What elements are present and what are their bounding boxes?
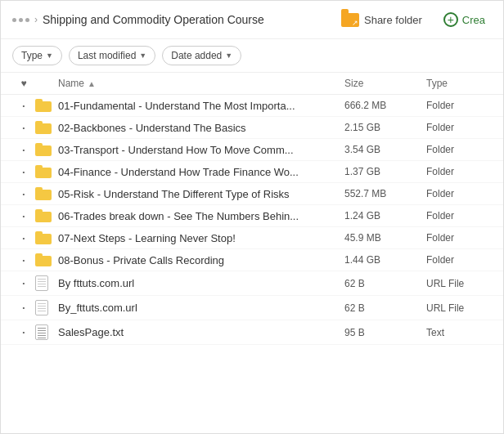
table-row[interactable]: •06-Trades break down - See The Numbers … <box>1 205 503 227</box>
row-type: Folder <box>426 122 492 133</box>
row-name[interactable]: By_fttuts.com.url <box>58 302 344 314</box>
row-type: Folder <box>426 254 492 266</box>
row-size: 95 B <box>344 327 426 338</box>
row-type: Folder <box>426 210 492 221</box>
table-row[interactable]: •02-Backbones - Understand The Basics2.1… <box>1 117 503 139</box>
folder-icon <box>35 143 52 156</box>
table-row[interactable]: •01-Fundamental - Understand The Most Im… <box>1 95 503 117</box>
top-bar: › Shipping and Commodity Operation Cours… <box>1 1 503 39</box>
col-name-label: Name <box>58 78 84 89</box>
row-name[interactable]: SalesPage.txt <box>58 326 344 338</box>
row-size: 62 B <box>344 278 426 289</box>
row-bullet: • <box>12 235 35 242</box>
row-type: URL File <box>426 278 492 289</box>
row-type: Text <box>426 327 492 338</box>
row-type: Folder <box>426 232 492 244</box>
row-name[interactable]: By fttuts.com.url <box>58 277 344 289</box>
row-size: 2.15 GB <box>344 122 426 133</box>
row-type: Folder <box>426 100 492 111</box>
row-type: URL File <box>426 302 492 314</box>
row-bullet: • <box>12 257 35 264</box>
row-size: 1.24 GB <box>344 210 426 221</box>
row-bullet: • <box>12 124 35 132</box>
breadcrumb-separator: › <box>34 14 38 25</box>
row-size: 45.9 MB <box>344 232 426 244</box>
row-name[interactable]: 03-Transport - Understand How To Move Co… <box>58 144 344 156</box>
table-row[interactable]: •04-Finance - Understand How Trade Finan… <box>1 161 503 183</box>
type-filter-chevron: ▼ <box>46 51 53 60</box>
create-button[interactable]: + Crea <box>437 9 492 30</box>
file-list: •01-Fundamental - Understand The Most Im… <box>1 95 503 345</box>
more-dots[interactable] <box>12 18 29 22</box>
row-bullet: • <box>12 329 35 336</box>
table-header: ♥ Name ▲ Size Type <box>1 73 503 95</box>
table-row[interactable]: •03-Transport - Understand How To Move C… <box>1 139 503 161</box>
col-header-type[interactable]: Type <box>426 78 492 89</box>
folder-icon <box>35 187 52 200</box>
folder-icon <box>35 209 52 222</box>
col-header-size[interactable]: Size <box>344 78 426 89</box>
filter-bar: Type ▼ Last modified ▼ Date added ▼ <box>1 39 503 73</box>
row-bullet: • <box>12 146 35 154</box>
row-name[interactable]: 02-Backbones - Understand The Basics <box>58 122 344 134</box>
row-size: 552.7 MB <box>344 188 426 199</box>
row-name[interactable]: 06-Trades break down - See The Numbers B… <box>58 210 344 222</box>
dateadded-filter-button[interactable]: Date added ▼ <box>162 46 241 65</box>
type-filter-label: Type <box>21 50 43 61</box>
row-name[interactable]: 04-Finance - Understand How Trade Financ… <box>58 166 344 178</box>
row-size: 1.37 GB <box>344 166 426 177</box>
lastmod-filter-button[interactable]: Last modified ▼ <box>69 46 155 65</box>
folder-icon <box>35 253 52 266</box>
col-header-heart[interactable]: ♥ <box>12 78 35 89</box>
table-row[interactable]: •05-Risk - Understand The Different Type… <box>1 183 503 205</box>
col-header-name[interactable]: Name ▲ <box>58 78 344 89</box>
share-folder-label: Share folder <box>364 14 422 26</box>
text-file-icon <box>35 324 48 340</box>
row-name[interactable]: 05-Risk - Understand The Different Type … <box>58 188 344 200</box>
share-folder-icon <box>341 13 359 27</box>
folder-icon <box>35 99 52 112</box>
row-type: Folder <box>426 144 492 155</box>
url-file-icon <box>35 275 48 291</box>
row-name[interactable]: 07-Next Steps - Learning Never Stop! <box>58 232 344 244</box>
dateadded-filter-label: Date added <box>171 50 222 61</box>
row-type: Folder <box>426 188 492 199</box>
row-size: 666.2 MB <box>344 100 426 111</box>
create-label: Crea <box>462 14 485 26</box>
row-name[interactable]: 08-Bonus - Private Calls Recording <box>58 254 344 266</box>
share-folder-button[interactable]: Share folder <box>335 10 429 30</box>
folder-icon <box>35 165 52 178</box>
row-type: Folder <box>426 166 492 177</box>
row-bullet: • <box>12 280 35 287</box>
row-size: 62 B <box>344 302 426 314</box>
row-name[interactable]: 01-Fundamental - Understand The Most Imp… <box>58 100 344 112</box>
table-row[interactable]: •07-Next Steps - Learning Never Stop!45.… <box>1 227 503 249</box>
breadcrumb-title: Shipping and Commodity Operation Course <box>43 13 264 26</box>
breadcrumb-area: › Shipping and Commodity Operation Cours… <box>12 13 328 26</box>
row-size: 3.54 GB <box>344 144 426 155</box>
row-bullet: • <box>12 168 35 176</box>
table-row[interactable]: •By_fttuts.com.url62 BURL File <box>1 296 503 320</box>
type-filter-button[interactable]: Type ▼ <box>12 46 62 65</box>
table-row[interactable]: •By fttuts.com.url62 BURL File <box>1 271 503 296</box>
top-bar-actions: Share folder + Crea <box>335 9 492 30</box>
url-file-icon <box>35 300 48 315</box>
row-size: 1.44 GB <box>344 254 426 266</box>
dateadded-filter-chevron: ▼ <box>225 51 232 60</box>
folder-icon <box>35 231 52 244</box>
lastmod-filter-label: Last modified <box>78 50 136 61</box>
row-bullet: • <box>12 102 35 110</box>
name-sort-arrow: ▲ <box>88 79 96 88</box>
table-row[interactable]: •08-Bonus - Private Calls Recording1.44 … <box>1 249 503 271</box>
row-bullet: • <box>12 190 35 198</box>
row-bullet: • <box>12 304 35 311</box>
folder-icon <box>35 121 52 134</box>
create-plus-icon: + <box>443 12 458 27</box>
lastmod-filter-chevron: ▼ <box>139 51 146 60</box>
table-row[interactable]: •SalesPage.txt95 BText <box>1 320 503 345</box>
row-bullet: • <box>12 213 35 220</box>
